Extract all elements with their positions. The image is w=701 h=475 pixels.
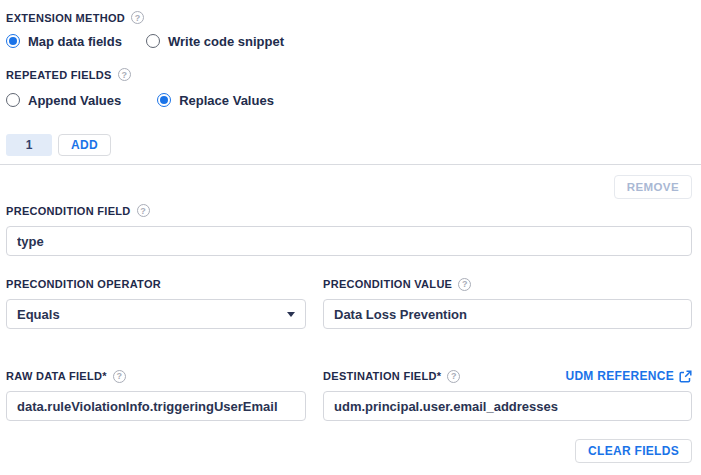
help-icon[interactable] — [137, 204, 150, 217]
help-icon[interactable] — [131, 11, 144, 24]
clear-fields-button[interactable]: CLEAR FIELDS — [575, 439, 692, 463]
remove-row: REMOVE — [6, 175, 692, 199]
radio-append-values[interactable]: Append Values — [6, 93, 121, 108]
raw-data-field-label: RAW DATA FIELD* — [6, 370, 107, 382]
precondition-operator-select[interactable]: Equals — [6, 299, 306, 329]
radio-unselected-icon[interactable] — [146, 34, 160, 48]
help-icon[interactable] — [447, 370, 460, 383]
precondition-field-input[interactable] — [6, 226, 692, 256]
precondition-operator-block: PRECONDITION OPERATOR Equals — [6, 277, 306, 329]
repeated-fields-label: REPEATED FIELDS — [6, 69, 112, 81]
clear-fields-row: CLEAR FIELDS — [6, 439, 692, 463]
extension-method-options: Map data fields Write code snippet — [6, 33, 692, 49]
remove-button[interactable]: REMOVE — [614, 175, 692, 199]
help-icon[interactable] — [113, 370, 126, 383]
repeated-fields-options: Append Values Replace Values — [6, 92, 692, 108]
precondition-operator-label-row: PRECONDITION OPERATOR — [6, 277, 306, 291]
destination-field-input[interactable] — [323, 391, 692, 421]
mapping-tab-strip: 1 ADD — [6, 134, 692, 156]
radio-selected-icon[interactable] — [157, 93, 171, 107]
external-link-icon — [679, 370, 692, 383]
raw-data-field-label-row: RAW DATA FIELD* — [6, 369, 306, 383]
radio-map-data-fields-label: Map data fields — [28, 34, 122, 49]
add-button[interactable]: ADD — [58, 134, 111, 156]
radio-write-code-snippet[interactable]: Write code snippet — [146, 34, 284, 49]
chevron-down-icon — [287, 312, 295, 317]
tab-1[interactable]: 1 — [6, 134, 52, 156]
raw-destination-row: RAW DATA FIELD* DESTINATION FIELD* UDM R… — [6, 369, 692, 421]
destination-field-label-row: DESTINATION FIELD* UDM REFERENCE — [323, 369, 692, 383]
precondition-field-label-row: PRECONDITION FIELD — [6, 203, 692, 218]
radio-unselected-icon[interactable] — [6, 93, 20, 107]
destination-field-label: DESTINATION FIELD* — [323, 370, 441, 382]
radio-selected-icon[interactable] — [6, 34, 20, 48]
precondition-operator-value-row: PRECONDITION OPERATOR Equals PRECONDITIO… — [6, 277, 692, 329]
precondition-value-label: PRECONDITION VALUE — [323, 278, 452, 290]
parser-extension-form: EXTENSION METHOD Map data fields Write c… — [0, 0, 701, 463]
precondition-value-label-row: PRECONDITION VALUE — [323, 277, 692, 291]
help-icon[interactable] — [118, 68, 131, 81]
precondition-value-input[interactable] — [323, 299, 692, 329]
destination-field-block: DESTINATION FIELD* UDM REFERENCE — [323, 369, 692, 421]
precondition-operator-label: PRECONDITION OPERATOR — [6, 278, 161, 290]
precondition-field-block: PRECONDITION FIELD — [6, 203, 692, 256]
precondition-field-label: PRECONDITION FIELD — [6, 205, 131, 217]
precondition-operator-value: Equals — [17, 307, 60, 322]
udm-reference-label: UDM REFERENCE — [565, 369, 674, 383]
radio-replace-values-label: Replace Values — [179, 93, 274, 108]
help-icon[interactable] — [458, 278, 471, 291]
repeated-fields-label-row: REPEATED FIELDS — [6, 67, 692, 82]
radio-write-code-snippet-label: Write code snippet — [168, 34, 284, 49]
precondition-value-block: PRECONDITION VALUE — [323, 277, 692, 329]
udm-reference-link[interactable]: UDM REFERENCE — [565, 369, 692, 383]
radio-append-values-label: Append Values — [28, 93, 121, 108]
extension-method-label: EXTENSION METHOD — [6, 12, 125, 24]
radio-replace-values[interactable]: Replace Values — [157, 93, 274, 108]
extension-method-label-row: EXTENSION METHOD — [6, 10, 692, 25]
raw-data-field-block: RAW DATA FIELD* — [6, 369, 306, 421]
section-divider — [0, 164, 701, 165]
repeated-fields-section: REPEATED FIELDS Append Values Replace Va… — [6, 67, 692, 108]
raw-data-field-input[interactable] — [6, 391, 306, 421]
radio-map-data-fields[interactable]: Map data fields — [6, 34, 122, 49]
